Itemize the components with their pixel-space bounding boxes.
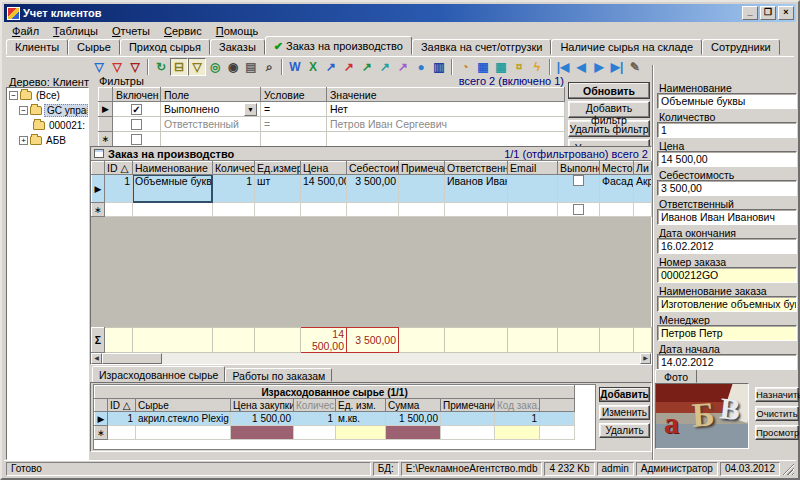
col-done[interactable]: Выполнено <box>558 162 600 175</box>
filter-add-icon[interactable]: ▽ <box>90 58 108 76</box>
remove-material-button[interactable]: Удалить <box>599 423 650 438</box>
responsible-field[interactable]: Иванов Иван Иванович <box>657 209 797 225</box>
edit-material-button[interactable]: Изменить <box>599 405 650 420</box>
col-place[interactable]: Место <box>600 162 634 175</box>
flash-icon[interactable]: ϟ <box>528 58 546 76</box>
order-row[interactable]: ▶ 1 Объемные буквы 1 шт 14 500,00 3 500,… <box>92 175 652 203</box>
preview-icon[interactable]: ⌕ <box>260 58 278 76</box>
tab-used-materials[interactable]: Израсходованное сырье <box>92 366 225 382</box>
view-photo-button[interactable]: Просмотр <box>755 425 799 440</box>
add-material-button[interactable]: Добавить <box>599 387 650 402</box>
tab-photo[interactable]: Фото <box>655 369 697 383</box>
scroll-left-icon[interactable]: ◀ <box>91 353 102 364</box>
dropdown-icon[interactable]: ▼ <box>244 103 257 116</box>
col-condition[interactable]: Условие <box>261 88 327 102</box>
quantity-field[interactable]: 1 <box>657 122 797 138</box>
id-cell[interactable]: 1 <box>108 412 136 426</box>
filter-enabled-checkbox[interactable]: ✓ <box>113 102 161 117</box>
tab-raw-income[interactable]: Приход сырья <box>120 39 210 55</box>
filter-delete-icon[interactable]: ▽ <box>108 58 126 76</box>
export-excel-icon[interactable]: X <box>304 58 322 76</box>
cost-cell[interactable]: 3 500,00 <box>347 175 399 203</box>
col-sum[interactable]: Сумма <box>386 399 441 412</box>
place-cell[interactable]: Фасад <box>600 175 634 203</box>
tab-production-order[interactable]: ✔Заказ на производство <box>265 36 412 55</box>
filter-new-row[interactable]: ∗ <box>99 132 565 147</box>
col-field[interactable]: Поле <box>161 88 261 102</box>
tab-employees[interactable]: Сотрудники <box>702 39 780 55</box>
order-new-row[interactable]: ∗ <box>92 203 652 217</box>
horizontal-scrollbar[interactable]: ◀ ▶ <box>91 353 651 364</box>
refresh-icon[interactable]: ↻ <box>152 58 170 76</box>
col-unit[interactable]: Ед. изм. <box>336 399 386 412</box>
note-cell[interactable] <box>399 175 445 203</box>
clear-photo-button[interactable]: Очистить <box>755 406 799 421</box>
filter-row[interactable]: Ответственный = Петров Иван Сергеевич <box>99 117 565 132</box>
col-enabled[interactable]: Включен <box>113 88 161 102</box>
col-email[interactable]: Email <box>508 162 558 175</box>
nav-last-icon[interactable]: ▶| <box>608 58 626 76</box>
maximize-button[interactable]: ❐ <box>760 6 776 20</box>
col-order-code[interactable]: Код зака... <box>495 399 540 412</box>
minimize-button[interactable]: _ <box>742 6 758 20</box>
tree-node-000021[interactable]: 000021: <box>7 118 88 133</box>
tree-node-all[interactable]: − (Все) <box>7 88 88 103</box>
export-rtf-icon[interactable]: ↗ <box>322 58 340 76</box>
filter-panel-icon[interactable]: ▽ <box>188 58 206 76</box>
filter-row[interactable]: ▶ ✓ ▼Выполнено = Нет <box>99 102 565 117</box>
done-checkbox[interactable] <box>558 203 600 217</box>
cost-field[interactable]: 3 500,00 <box>657 180 797 196</box>
tab-raw-materials[interactable]: Сырье <box>68 39 120 55</box>
tab-invoice-request[interactable]: Заявка на счет/отгрузки <box>412 39 551 55</box>
tab-stock[interactable]: Наличие сырья на складе <box>551 39 702 55</box>
filter-clear-icon[interactable]: ▽ <box>126 58 144 76</box>
col-value[interactable]: Значение <box>327 88 565 102</box>
export-html-icon[interactable]: ↗ <box>358 58 376 76</box>
filter-field-cell[interactable]: ▼Выполнено <box>161 102 261 117</box>
history-icon[interactable]: ◔ <box>456 58 474 76</box>
find-icon[interactable]: ◉ <box>224 58 242 76</box>
material-cell[interactable]: акрил.стекло Plexig <box>136 412 231 426</box>
col-price[interactable]: Цена <box>301 162 347 175</box>
start-date-field[interactable]: 14.02.2012 <box>657 354 797 370</box>
sql-view-icon[interactable]: ◎ <box>206 58 224 76</box>
extra-cell[interactable]: Акр <box>634 175 652 203</box>
col-note[interactable]: Примечание <box>441 399 495 412</box>
note-cell[interactable] <box>441 412 495 426</box>
email-cell[interactable] <box>508 175 558 203</box>
export-web-icon[interactable]: ● <box>412 58 430 76</box>
col-responsible[interactable]: Ответственный <box>445 162 508 175</box>
col-material[interactable]: Сырье <box>136 399 231 412</box>
edit-note-icon[interactable]: ✎ <box>626 58 644 76</box>
filter-condition-cell[interactable]: = <box>261 117 327 132</box>
chart-icon[interactable]: ▥ <box>430 58 448 76</box>
col-purchase-price[interactable]: Цена закупки <box>231 399 294 412</box>
col-id[interactable]: ID △ <box>105 162 133 175</box>
assign-photo-button[interactable]: Назначить <box>755 387 799 402</box>
collapse-icon[interactable]: − <box>9 91 18 100</box>
export-xml-icon[interactable]: ↗ <box>340 58 358 76</box>
col-cost[interactable]: Себестоимость <box>347 162 399 175</box>
add-filter-button[interactable]: Добавить фильтр <box>568 101 650 118</box>
schedule-icon[interactable]: ▦ <box>474 58 492 76</box>
end-date-field[interactable]: 16.02.2012 <box>657 238 797 254</box>
filter-condition-cell[interactable]: = <box>261 102 327 117</box>
nav-prev-icon[interactable]: ◀ <box>572 58 590 76</box>
manager-field[interactable]: Петров Петр <box>657 325 797 341</box>
price-cell[interactable]: 14 500,00 <box>301 175 347 203</box>
col-unit[interactable]: Ед.измерения <box>255 162 301 175</box>
material-row[interactable]: ▶ 1 акрил.стекло Plexig 1 500,00 1 м.кв.… <box>95 412 575 426</box>
sum-cell[interactable]: 1 500,00 <box>386 412 441 426</box>
unit-cell[interactable]: шт <box>255 175 301 203</box>
purchase-price-cell[interactable]: 1 500,00 <box>231 412 294 426</box>
filter-enabled-checkbox[interactable] <box>113 117 161 132</box>
key-icon[interactable]: ¤ <box>510 58 528 76</box>
resize-grip[interactable] <box>782 463 794 475</box>
filter-enabled-checkbox[interactable] <box>113 132 161 147</box>
refresh-button[interactable]: Обновить <box>568 82 650 99</box>
col-id[interactable]: ID △ <box>108 399 136 412</box>
remove-filter-button[interactable]: Удалить фильтр <box>568 120 650 137</box>
export-txt-icon[interactable]: ↗ <box>394 58 412 76</box>
nav-next-icon[interactable]: ▶ <box>590 58 608 76</box>
tab-order-works[interactable]: Работы по заказам <box>225 368 332 382</box>
